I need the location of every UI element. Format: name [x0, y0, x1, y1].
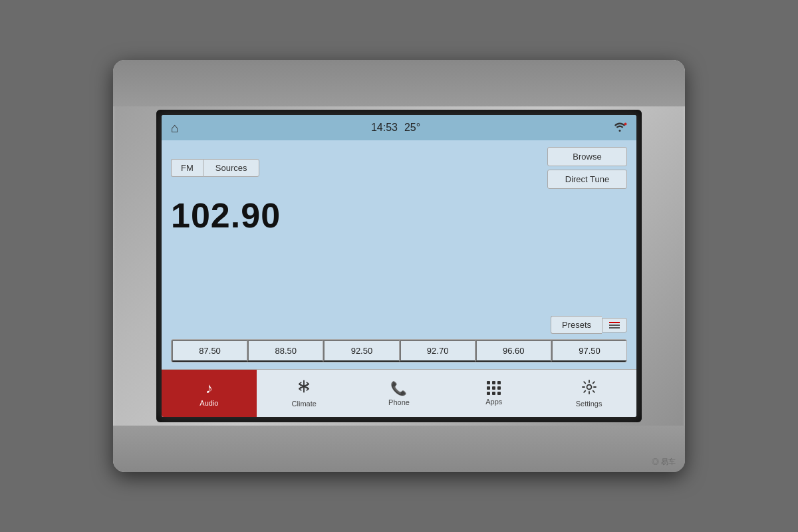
climate-icon [297, 379, 311, 398]
nav-apps[interactable]: Apps [446, 370, 541, 417]
bezel-bottom [113, 426, 685, 472]
apps-dot [497, 392, 501, 395]
clock-display: 14:53 [371, 122, 398, 134]
list-lines-icon [609, 322, 620, 329]
frequency-display: 102.90 [171, 196, 627, 235]
apps-dot [492, 392, 495, 395]
nav-settings-label: Settings [576, 400, 602, 408]
gear-icon [582, 380, 597, 398]
browse-button[interactable]: Browse [547, 147, 627, 166]
preset-2[interactable]: 88.50 [247, 340, 323, 362]
apps-dot [497, 386, 501, 390]
audio-icon: ♪ [205, 380, 213, 397]
fm-button[interactable]: FM [171, 159, 203, 177]
preset-5[interactable]: 96.60 [475, 340, 551, 362]
apps-dot [492, 386, 495, 390]
phone-icon: 📞 [390, 380, 407, 396]
direct-tune-button[interactable]: Direct Tune [547, 170, 627, 189]
apps-dot [497, 381, 501, 384]
car-bezel: ⌂ 14:53 25° [113, 60, 685, 472]
screen: ⌂ 14:53 25° [162, 115, 636, 417]
wifi-icon [612, 120, 627, 136]
nav-settings[interactable]: Settings [541, 370, 636, 417]
bezel-top [113, 60, 685, 106]
svg-point-12 [587, 384, 591, 389]
home-icon[interactable]: ⌂ [171, 120, 179, 136]
list-icon-button[interactable] [602, 318, 627, 332]
nav-audio[interactable]: ♪ Audio [162, 370, 257, 417]
apps-dot [492, 381, 495, 384]
svg-line-11 [307, 389, 309, 391]
nav-climate-label: Climate [292, 400, 317, 408]
top-row: FM Sources Browse Direct Tune [171, 147, 627, 189]
list-line-1 [609, 322, 620, 323]
nav-apps-label: Apps [485, 398, 502, 406]
preset-6[interactable]: 97.50 [551, 340, 626, 362]
svg-line-9 [299, 389, 302, 391]
middle-spacer [171, 241, 627, 312]
temperature-display: 25° [404, 122, 420, 134]
preset-3[interactable]: 92.50 [323, 340, 399, 362]
status-bar: ⌂ 14:53 25° [162, 115, 636, 140]
preset-1[interactable]: 87.50 [172, 340, 247, 362]
nav-audio-label: Audio [200, 399, 218, 407]
nav-climate[interactable]: Climate [257, 370, 352, 417]
preset-4[interactable]: 92.70 [400, 340, 475, 362]
apps-dot [487, 386, 490, 390]
nav-phone[interactable]: 📞 Phone [352, 370, 447, 417]
list-line-2 [609, 325, 620, 326]
main-content: FM Sources Browse Direct Tune 102.90 Pre… [162, 140, 636, 369]
source-buttons: FM Sources [171, 159, 259, 177]
apps-dot [487, 381, 490, 384]
nav-phone-label: Phone [388, 398, 410, 406]
status-center: 14:53 25° [371, 122, 420, 134]
apps-dot [487, 392, 490, 395]
right-buttons: Browse Direct Tune [547, 147, 627, 189]
screen-outer: ⌂ 14:53 25° [156, 110, 642, 422]
sources-button[interactable]: Sources [203, 159, 260, 177]
apps-icon [487, 381, 501, 396]
bottom-nav: ♪ Audio [162, 369, 636, 417]
svg-point-0 [624, 122, 627, 125]
list-line-3 [609, 327, 620, 329]
preset-frequencies: 87.50 88.50 92.50 92.70 96.60 97.50 [171, 339, 627, 362]
watermark: ◎ 易车 [652, 457, 676, 467]
presets-button[interactable]: Presets [551, 316, 602, 334]
presets-row: Presets [171, 316, 627, 334]
